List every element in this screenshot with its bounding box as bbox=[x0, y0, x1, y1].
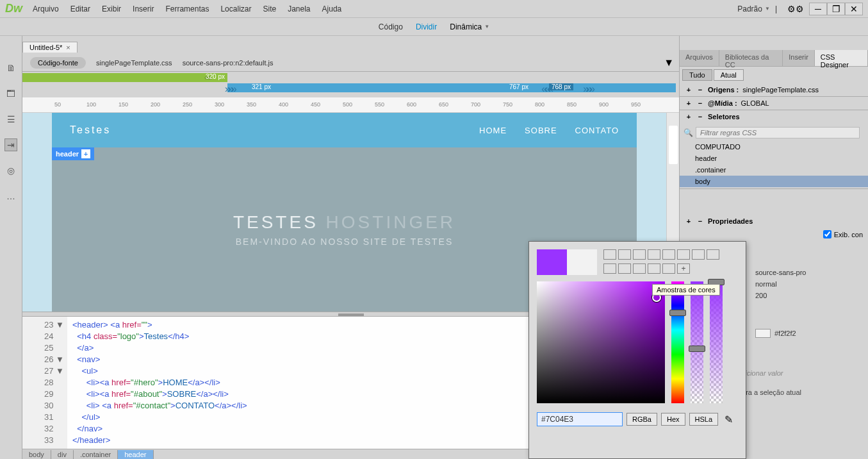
midia-value[interactable]: GLOBAL bbox=[741, 99, 769, 107]
minus-icon[interactable]: − bbox=[696, 99, 704, 107]
close-icon[interactable]: × bbox=[66, 44, 70, 51]
swatch[interactable] bbox=[618, 263, 631, 274]
plus-icon[interactable]: + bbox=[685, 217, 692, 225]
hue-slider[interactable] bbox=[671, 281, 684, 403]
tab-inserir[interactable]: Inserir bbox=[783, 50, 815, 66]
eyedropper-icon[interactable]: ✎ bbox=[722, 413, 735, 426]
minimize-button[interactable]: ─ bbox=[809, 3, 827, 15]
nav-sobre[interactable]: SOBRE bbox=[525, 126, 557, 135]
menu-arquivo[interactable]: Arquivo bbox=[33, 4, 59, 13]
nav-contato[interactable]: CONTATO bbox=[575, 126, 619, 135]
menu-exibir[interactable]: Exibir bbox=[102, 4, 121, 13]
crumb-body[interactable]: body bbox=[22, 450, 51, 459]
mode-hex[interactable]: Hex bbox=[661, 413, 685, 426]
menu-ajuda[interactable]: Ajuda bbox=[322, 4, 342, 13]
saturation-lightness-picker[interactable] bbox=[537, 281, 665, 403]
related-file-js[interactable]: source-sans-pro:n2:default.js bbox=[183, 59, 274, 67]
color-swatch[interactable] bbox=[755, 329, 771, 338]
swatch[interactable] bbox=[707, 249, 719, 260]
document-tab[interactable]: Untitled-5* × bbox=[22, 42, 78, 53]
chevron-right-icon: »»» bbox=[583, 83, 593, 95]
plus-icon[interactable]: + bbox=[81, 149, 90, 158]
tab-bibliotecas[interactable]: Bibliotecas da CC bbox=[719, 50, 783, 66]
alpha-slider[interactable] bbox=[691, 281, 703, 403]
crumb-header[interactable]: header bbox=[118, 450, 153, 459]
bp-blue-left: 321 px bbox=[252, 83, 271, 90]
breakpoint-mobile[interactable]: ««« 320 px bbox=[22, 73, 227, 82]
selector-header[interactable]: header bbox=[680, 153, 868, 164]
restore-button[interactable]: ❐ bbox=[827, 3, 845, 15]
nav-home[interactable]: HOME bbox=[479, 126, 507, 135]
swatch[interactable] bbox=[662, 263, 675, 274]
add-swatch-button[interactable]: + bbox=[677, 263, 690, 274]
hue-thumb[interactable] bbox=[669, 310, 686, 316]
manage-icon[interactable]: 🗔 bbox=[4, 87, 17, 100]
source-code-button[interactable]: Código-fonte bbox=[30, 57, 86, 69]
menu-localizar[interactable]: Localizar bbox=[220, 4, 251, 13]
tab-arquivos[interactable]: Arquivos bbox=[680, 50, 719, 66]
breakpoint-tablet[interactable]: »»» 321 px 767 px ««« 768 px »»» bbox=[227, 83, 676, 92]
plus-icon[interactable]: + bbox=[685, 86, 692, 94]
view-live-dropdown[interactable]: Dinâmica ▼ bbox=[450, 22, 489, 31]
selector-container[interactable]: .container bbox=[680, 164, 868, 176]
tab-css-designer[interactable]: CSS Designer bbox=[815, 50, 868, 66]
related-file-css[interactable]: singlePageTemplate.css bbox=[96, 59, 172, 67]
exib-checkbox[interactable] bbox=[823, 230, 831, 238]
hex-input[interactable] bbox=[537, 412, 623, 426]
section-origens: + − Origens : singlePageTemplate.css bbox=[680, 83, 868, 97]
menu-janela[interactable]: Janela bbox=[288, 4, 310, 13]
swatch[interactable] bbox=[648, 249, 660, 260]
prop-font-style[interactable]: normal bbox=[755, 280, 777, 288]
more-icon[interactable]: … bbox=[4, 190, 17, 203]
alpha-slider-2[interactable] bbox=[710, 281, 723, 403]
mode-hsla[interactable]: HSLa bbox=[689, 413, 719, 426]
subtab-tudo[interactable]: Tudo bbox=[682, 69, 712, 81]
target-icon[interactable]: ◎ bbox=[4, 164, 17, 177]
swatch[interactable] bbox=[692, 249, 705, 260]
menu-ferramentas[interactable]: Ferramentas bbox=[165, 4, 209, 13]
list-icon[interactable]: ☰ bbox=[4, 113, 17, 126]
menu-site[interactable]: Site bbox=[263, 4, 276, 13]
minus-icon[interactable]: − bbox=[696, 217, 704, 225]
view-code[interactable]: Código bbox=[379, 22, 403, 31]
filter-icon[interactable]: ▼ bbox=[664, 57, 674, 69]
preview-nav: HOME SOBRE CONTATO bbox=[479, 126, 619, 135]
plus-icon[interactable]: + bbox=[685, 99, 692, 107]
prop-font-weight[interactable]: 200 bbox=[755, 292, 767, 299]
swatch[interactable] bbox=[633, 263, 646, 274]
element-selection-tag[interactable]: header + bbox=[52, 147, 94, 160]
breakpoint-ruler[interactable]: ««« 320 px »»» 321 px 767 px ««« 768 px … bbox=[22, 72, 679, 92]
alpha-thumb[interactable] bbox=[689, 346, 705, 352]
swatch[interactable] bbox=[633, 249, 646, 260]
scroll-thumb[interactable] bbox=[669, 126, 678, 164]
indent-icon[interactable]: ⇥ bbox=[4, 138, 17, 151]
menu-editar[interactable]: Editar bbox=[70, 4, 90, 13]
sync-settings-icon[interactable]: ⚙⚙ bbox=[787, 4, 804, 14]
swatch[interactable] bbox=[648, 263, 660, 274]
crumb-div[interactable]: div bbox=[51, 450, 74, 459]
close-button[interactable]: ✕ bbox=[845, 3, 863, 15]
filter-selectors-input[interactable] bbox=[696, 127, 860, 138]
workspace-dropdown[interactable]: Padrão ▼ | bbox=[732, 3, 782, 15]
swatch[interactable] bbox=[662, 249, 675, 260]
origens-value[interactable]: singlePageTemplate.css bbox=[742, 86, 819, 94]
view-split[interactable]: Dividir bbox=[416, 22, 437, 31]
preview-header[interactable]: Testes HOME SOBRE CONTATO bbox=[52, 113, 637, 147]
file-icon[interactable]: 🗎 bbox=[4, 62, 17, 74]
prop-font-family[interactable]: source-sans-pro bbox=[755, 269, 806, 276]
minus-icon[interactable]: − bbox=[696, 86, 704, 94]
swatch[interactable] bbox=[603, 249, 616, 260]
mode-rgba[interactable]: RGBa bbox=[626, 413, 657, 426]
swatch[interactable] bbox=[618, 249, 631, 260]
minus-icon[interactable]: − bbox=[696, 113, 704, 121]
swatch[interactable] bbox=[603, 263, 616, 274]
selector-computado[interactable]: COMPUTADO bbox=[680, 141, 868, 153]
preview-logo[interactable]: Testes bbox=[70, 124, 111, 136]
menu-inserir[interactable]: Inserir bbox=[133, 4, 154, 13]
swatch[interactable] bbox=[677, 249, 690, 260]
subtab-atual[interactable]: Atual bbox=[714, 69, 744, 81]
crumb-container[interactable]: .container bbox=[74, 450, 118, 459]
plus-icon[interactable]: + bbox=[685, 113, 692, 121]
selector-body[interactable]: body bbox=[680, 176, 868, 187]
prop-bg-color[interactable]: #f2f2f2 bbox=[774, 330, 796, 337]
